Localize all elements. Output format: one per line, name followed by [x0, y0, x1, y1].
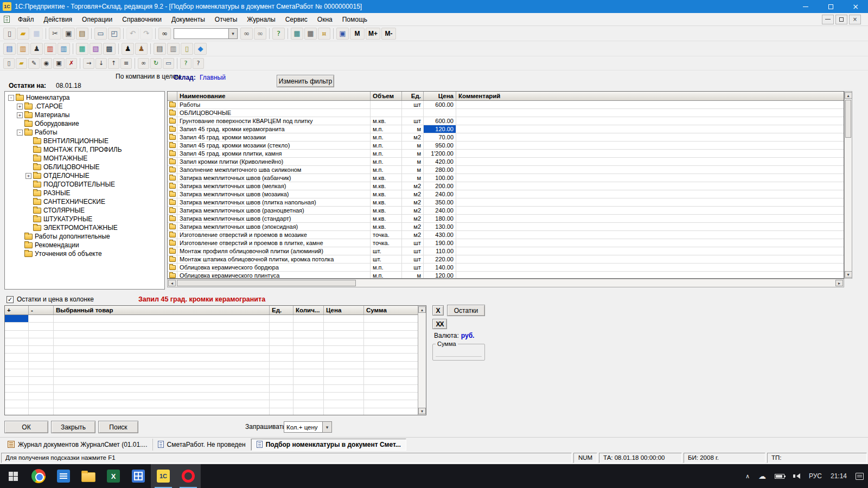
vertical-scroll-thumb[interactable]: [845, 100, 851, 138]
tree-item[interactable]: +.СТАРОЕ: [5, 102, 164, 111]
items-header-ed[interactable]: Ед.: [402, 92, 424, 100]
language-indicator[interactable]: РУС: [805, 464, 826, 488]
menu-item-Операции[interactable]: Операции: [77, 14, 117, 25]
tree-item[interactable]: ШТУКАТУРНЫЕ: [5, 215, 164, 223]
tree-item[interactable]: РАЗНЫЕ: [5, 189, 164, 197]
selection-header-3[interactable]: Ед.: [270, 306, 293, 314]
selection-header-0[interactable]: +: [5, 306, 29, 314]
1c-enterprise-taskbar-button[interactable]: 1С: [151, 464, 176, 488]
table-row[interactable]: Затирка межплиточных швов (кабанчик)м.кв…: [168, 174, 844, 182]
save-icon[interactable]: ▦: [30, 28, 43, 40]
selection-row[interactable]: [5, 408, 418, 415]
minimize-button[interactable]: [793, 0, 818, 13]
hidden-icons-chevron-icon[interactable]: ∧: [741, 464, 754, 488]
selection-vertical-scrollbar[interactable]: ▴ ▾: [418, 306, 426, 415]
scroll-down-icon[interactable]: ▾: [845, 271, 852, 278]
menu-item-Журналы[interactable]: Журналы: [242, 14, 280, 25]
expand-icon[interactable]: +: [17, 104, 23, 110]
tree-item[interactable]: ЭЛЕКТРОМОНТАЖНЫЕ: [5, 223, 164, 232]
table-row[interactable]: Затирка межплиточных швов (эпоксидная)м.…: [168, 223, 844, 231]
table-settings-icon[interactable]: ▦: [304, 28, 317, 40]
menu-item-Действия[interactable]: Действия: [39, 14, 78, 25]
cut-icon[interactable]: ✂: [49, 28, 61, 40]
table-row[interactable]: Затирка межплиточных швов (мозаика)м.кв.…: [168, 190, 844, 198]
table-row[interactable]: Затирка межплиточных швов (плитка наполь…: [168, 198, 844, 207]
tree-item[interactable]: Уточнения об объекте: [5, 249, 164, 258]
barcode-scanner-icon[interactable]: ▥: [167, 43, 180, 55]
reference-counterparties-icon[interactable]: ♟: [30, 43, 43, 55]
move-to-group-icon[interactable]: →: [83, 58, 94, 69]
selection-row[interactable]: [5, 331, 418, 338]
selection-row[interactable]: [5, 362, 418, 369]
memory-add-button[interactable]: М+: [366, 28, 380, 40]
chrome-taskbar-button[interactable]: [26, 464, 51, 488]
context-help-icon[interactable]: ?: [193, 58, 204, 69]
ok-button[interactable]: ОК: [4, 421, 48, 433]
help-icon[interactable]: ?: [272, 28, 285, 40]
print-preview-icon[interactable]: ◰: [108, 28, 120, 40]
selection-row[interactable]: [5, 377, 418, 384]
tree-item[interactable]: ВЕНТИЛЯЦИОННЫЕ: [5, 137, 164, 145]
bank-documents-icon[interactable]: ▥: [58, 43, 70, 55]
scroll-left-icon[interactable]: ◂: [168, 280, 176, 286]
table-row[interactable]: Работышт600.00: [168, 101, 844, 109]
selection-header-1[interactable]: -: [29, 306, 54, 314]
selection-row[interactable]: [5, 346, 418, 354]
tree-item[interactable]: ПОДГОТОВИТЕЛЬНЫЕ: [5, 180, 164, 189]
mail-app-taskbar-button[interactable]: [51, 464, 76, 488]
clock[interactable]: 21:14: [826, 464, 851, 488]
tree-item[interactable]: МОНТАЖ ГКЛ, ПРОФИЛЬ: [5, 145, 164, 154]
delete-selected-row-button[interactable]: X: [432, 305, 444, 316]
selection-row[interactable]: [5, 369, 418, 377]
selection-row[interactable]: [5, 385, 418, 393]
print-list-icon[interactable]: ▭: [163, 58, 174, 69]
ask-mode-dropdown[interactable]: Кол.+ цену ▾: [284, 421, 332, 433]
battery-icon[interactable]: [770, 464, 789, 488]
remains-button[interactable]: Остатки: [447, 305, 485, 316]
table-row[interactable]: Заполнение межплиточного шва силикономм.…: [168, 166, 844, 174]
expand-icon[interactable]: +: [17, 112, 23, 118]
copy-icon[interactable]: ▣: [62, 28, 75, 40]
collapse-icon[interactable]: -: [17, 130, 23, 136]
volume-icon[interactable]: [789, 464, 805, 488]
items-header-name[interactable]: Наименование: [177, 92, 371, 100]
menu-item-Окна[interactable]: Окна: [312, 14, 337, 25]
tree-item[interactable]: ОБЛИЦОВОЧНЫЕ: [5, 163, 164, 171]
items-header-vol[interactable]: Объем: [371, 92, 402, 100]
sales-report-icon[interactable]: ▧: [90, 43, 102, 55]
calculator-monitor-icon[interactable]: ▣: [336, 28, 349, 40]
calculator-taskbar-button[interactable]: [126, 464, 151, 488]
selection-row[interactable]: [5, 338, 418, 346]
price-list-icon[interactable]: ▦: [76, 43, 88, 55]
table-row[interactable]: ОБЛИЦОВОЧНЫЕ: [168, 109, 844, 117]
table-row[interactable]: Затирка межплиточных швов (стандарт)м.кв…: [168, 215, 844, 223]
find-dialog-icon[interactable]: ∞: [254, 28, 266, 40]
stock-report-icon[interactable]: ▩: [103, 43, 116, 55]
redo-icon[interactable]: ↷: [140, 28, 152, 40]
memory-subtract-button[interactable]: М-: [381, 28, 396, 40]
table-row[interactable]: Облицовка керамического плинтусам.п.м120…: [168, 272, 844, 278]
tree-item[interactable]: -Номенклатура: [5, 93, 164, 102]
selection-header-5[interactable]: Цена: [324, 306, 364, 314]
menu-item-Помощь[interactable]: Помощь: [337, 14, 372, 25]
selection-header-6[interactable]: Сумма: [364, 306, 418, 314]
combo-dropdown-arrow-icon[interactable]: ▾: [228, 29, 237, 38]
find-next-icon[interactable]: ∞: [240, 28, 253, 40]
table-row[interactable]: Изготовление отверстий и проемов в мозаи…: [168, 231, 844, 239]
menu-item-Файл[interactable]: Файл: [13, 14, 39, 25]
action-center-icon[interactable]: [851, 464, 868, 488]
search-history-combo[interactable]: ▾: [174, 28, 238, 39]
items-header-price[interactable]: Цена: [424, 92, 456, 100]
restore-button[interactable]: [818, 0, 843, 13]
menu-item-Отчеты[interactable]: Отчеты: [210, 14, 242, 25]
tree-item[interactable]: Работы дополнительные: [5, 232, 164, 241]
paste-icon[interactable]: ▤: [76, 28, 88, 40]
close-form-button[interactable]: Закрыть: [51, 421, 95, 433]
cash-register-icon[interactable]: ▤: [154, 43, 166, 55]
copy-item-icon[interactable]: ▣: [53, 58, 65, 69]
file-explorer-taskbar-button[interactable]: [76, 464, 101, 488]
service-update-icon[interactable]: ◆: [194, 43, 207, 55]
refresh-list-icon[interactable]: ↻: [150, 58, 162, 69]
selection-row[interactable]: [5, 400, 418, 408]
table-row[interactable]: Монтаж штапика облицовочной плитки, кром…: [168, 255, 844, 264]
